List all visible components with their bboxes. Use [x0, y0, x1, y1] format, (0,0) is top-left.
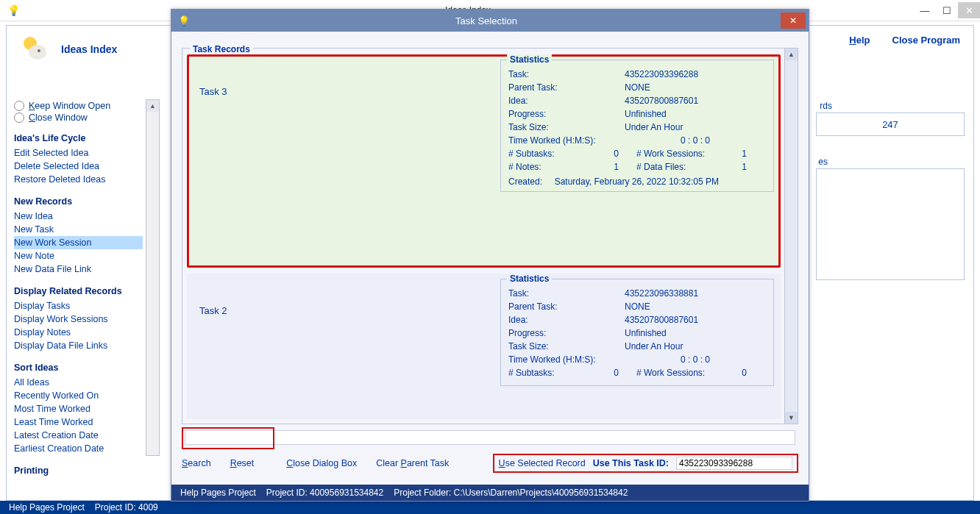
task-record[interactable]: Task 2 Statistics Task:435223096338881 P… — [187, 274, 781, 419]
right-label-rds: rds — [816, 101, 832, 111]
task-records-label: Task Records — [190, 44, 253, 54]
new-note[interactable]: New Note — [14, 249, 143, 263]
top-links: Help Close Program — [849, 35, 960, 46]
help-link[interactable]: Help — [849, 35, 870, 46]
sidebar-scrollbar[interactable]: ▲ — [146, 99, 160, 456]
search-input[interactable] — [185, 430, 795, 445]
scroll-up-icon[interactable]: ▲ — [146, 100, 159, 112]
statistics-box: Statistics Task:435223093396288 Parent T… — [500, 60, 774, 192]
task-record[interactable]: Task 3 Statistics Task:435223093396288 P… — [187, 54, 781, 268]
dialog-title: Task Selection — [192, 15, 781, 26]
search-row — [182, 427, 798, 446]
sort-all-ideas[interactable]: All Ideas — [14, 376, 143, 389]
sort-least[interactable]: Least Time Worked — [14, 415, 143, 429]
new-idea[interactable]: New Idea — [14, 210, 143, 223]
clear-parent-task-link[interactable]: Clear Parent Task — [376, 458, 449, 468]
sort-head: Sort Ideas — [14, 363, 143, 373]
use-task-id-input[interactable] — [676, 457, 792, 470]
dialog-actions: Search Reset Close Dialog Box Clear Pare… — [182, 454, 798, 473]
scroll-down-icon[interactable]: ▼ — [785, 412, 798, 424]
restore-deleted-ideas[interactable]: Restore Deleted Ideas — [14, 173, 143, 186]
life-cycle-head: Idea's Life Cycle — [14, 133, 143, 143]
lightbulb-head-icon — [15, 32, 51, 67]
task-records-frame: Task Records ▲ ▼ Task 3 Statistics Task:… — [182, 48, 798, 424]
statistics-label: Statistics — [507, 54, 552, 65]
right-label-es: es — [816, 157, 828, 167]
svg-point-1 — [29, 45, 46, 60]
close-program-link[interactable]: Close Program — [892, 35, 960, 46]
records-scrollbar[interactable]: ▲ ▼ — [784, 49, 798, 424]
outer-close-button[interactable]: ✕ — [958, 2, 980, 18]
dlg-status-folder: Project Folder: C:\Users\Darren\Projects… — [394, 488, 628, 498]
new-data-file-link[interactable]: New Data File Link — [14, 263, 143, 276]
close-dialog-link[interactable]: Close Dialog Box — [286, 458, 357, 468]
display-data-file-links[interactable]: Display Data File Links — [14, 339, 143, 352]
minimize-button[interactable]: — — [914, 2, 936, 18]
dialog-icon: 💡 — [176, 13, 192, 29]
sort-recent[interactable]: Recently Worked On — [14, 389, 143, 402]
status-project: Help Pages Project — [9, 502, 85, 513]
maximize-button[interactable]: ☐ — [936, 2, 958, 18]
app-icon: 💡 — [4, 1, 22, 19]
new-task[interactable]: New Task — [14, 223, 143, 236]
dialog-body: Task Records ▲ ▼ Task 3 Statistics Task:… — [182, 42, 798, 464]
statistics-label: Statistics — [507, 274, 552, 284]
edit-selected-idea[interactable]: Edit Selected Idea — [14, 146, 143, 160]
close-window-radio[interactable]: Close Window — [14, 113, 143, 123]
statistics-box: Statistics Task:435223096338881 Parent T… — [500, 279, 774, 386]
outer-status-bar: Help Pages Project Project ID: 4009 — [0, 501, 980, 514]
dlg-status-project-id: Project ID: 400956931534842 — [266, 488, 383, 498]
display-tasks[interactable]: Display Tasks — [14, 299, 143, 313]
new-records-head: New Records — [14, 196, 143, 207]
use-selected-record-link[interactable]: Use Selected Record — [499, 458, 586, 468]
task-selection-dialog: 💡 Task Selection ✕ Task Records ▲ ▼ Task… — [171, 9, 809, 501]
delete-selected-idea[interactable]: Delete Selected Idea — [14, 160, 143, 173]
sidebar: Keep Window Open Close Window Idea's Lif… — [14, 99, 143, 479]
ideas-index-window: 💡 Ideas Index — ☐ ✕ Ideas Index Help Clo… — [0, 0, 980, 514]
use-record-group: Use Selected Record Use This Task ID: — [493, 454, 798, 473]
svg-point-2 — [38, 49, 40, 52]
display-notes[interactable]: Display Notes — [14, 326, 143, 339]
display-work-sessions[interactable]: Display Work Sessions — [14, 313, 143, 326]
scroll-up-icon[interactable]: ▲ — [785, 49, 798, 60]
dialog-titlebar[interactable]: 💡 Task Selection ✕ — [171, 10, 809, 32]
right-box-2 — [816, 168, 965, 280]
new-work-session[interactable]: New Work Session — [14, 236, 143, 249]
page-title: Ideas Index — [61, 43, 117, 55]
sort-most[interactable]: Most Time Worked — [14, 402, 143, 415]
sort-latest[interactable]: Latest Creation Date — [14, 429, 143, 442]
dialog-close-button[interactable]: ✕ — [781, 13, 806, 29]
reset-link[interactable]: Reset — [230, 458, 255, 468]
search-link[interactable]: Search — [182, 458, 211, 468]
printing-head: Printing — [14, 465, 143, 476]
dialog-status-bar: Help Pages Project Project ID: 400956931… — [171, 485, 809, 501]
display-head: Display Related Records — [14, 286, 143, 296]
search-highlight — [182, 427, 274, 449]
records-count-box: 247 — [816, 113, 965, 136]
right-panels: rds 247 es — [816, 101, 965, 301]
dlg-status-project: Help Pages Project — [180, 488, 256, 498]
keep-window-open-radio[interactable]: Keep Window Open — [14, 101, 143, 111]
use-task-id-label: Use This Task ID: — [593, 458, 669, 468]
sort-earliest[interactable]: Earliest Creation Date — [14, 442, 143, 455]
